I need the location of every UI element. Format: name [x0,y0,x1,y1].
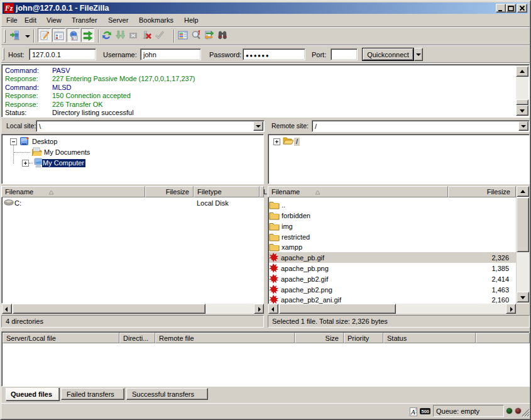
svg-text:A: A [410,408,415,416]
svg-text:500: 500 [422,409,430,414]
